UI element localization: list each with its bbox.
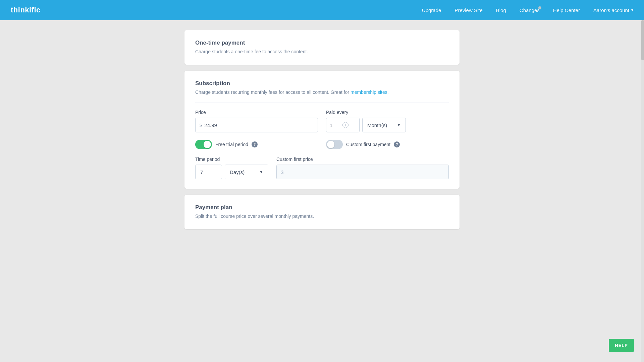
time-period-label: Time period	[195, 157, 268, 162]
membership-sites-link[interactable]: membership sites.	[351, 89, 389, 95]
payment-plan-card: Payment plan Split the full course price…	[184, 195, 460, 229]
paid-every-info-icon[interactable]: i	[342, 122, 348, 128]
subscription-desc-text: Charge students recurring monthly fees f…	[195, 89, 349, 95]
paid-every-inputs: i Month(s) ▼	[326, 118, 449, 132]
nav-blog[interactable]: Blog	[496, 7, 506, 13]
changes-notification-dot	[538, 6, 541, 9]
custom-first-payment-toggle-knob	[327, 141, 334, 148]
header: thinkific Upgrade Preview Site Blog Chan…	[0, 0, 644, 20]
custom-first-price-input[interactable]	[285, 169, 444, 175]
subscription-description: Charge students recurring monthly fees f…	[195, 89, 449, 96]
nav-preview-site[interactable]: Preview Site	[454, 7, 482, 13]
price-input[interactable]	[204, 122, 314, 128]
custom-first-payment-toggle-group: Custom first payment ?	[326, 140, 449, 149]
subscription-title: Subscription	[195, 80, 449, 87]
paid-every-chevron-down-icon: ▼	[397, 123, 401, 127]
free-trial-toggle-knob	[204, 141, 211, 148]
help-button[interactable]: HELP	[609, 339, 634, 352]
free-trial-toggle[interactable]	[195, 140, 212, 149]
free-trial-help-icon[interactable]: ?	[252, 141, 258, 147]
account-chevron-down-icon: ▾	[631, 8, 633, 12]
nav-help-center[interactable]: Help Center	[553, 7, 580, 13]
paid-every-label: Paid every	[326, 110, 449, 115]
paid-every-unit-value: Month(s)	[367, 122, 387, 128]
time-period-custom-price-row: Time period Day(s) ▼ Custom first price …	[195, 157, 449, 179]
custom-first-payment-help-icon[interactable]: ?	[394, 141, 400, 147]
payment-plan-description: Split the full course price over several…	[195, 213, 449, 220]
account-menu[interactable]: Aaron's account ▾	[593, 7, 633, 13]
scrollbar[interactable]	[641, 20, 644, 362]
nav-changes[interactable]: Changes	[520, 7, 540, 13]
time-period-group: Time period Day(s) ▼	[195, 157, 268, 179]
account-name: Aaron's account	[593, 7, 629, 13]
time-period-unit-select[interactable]: Day(s) ▼	[225, 165, 268, 179]
time-period-unit-value: Day(s)	[230, 169, 245, 175]
free-trial-toggle-group: Free trial period ?	[195, 140, 318, 149]
one-time-payment-description: Charge students a one-time fee to access…	[195, 48, 449, 55]
time-period-inputs: Day(s) ▼	[195, 165, 268, 179]
custom-first-payment-label: Custom first payment	[346, 142, 390, 147]
custom-first-price-group: Custom first price $	[276, 157, 449, 179]
payment-plan-title: Payment plan	[195, 204, 449, 211]
content-wrapper: One-time payment Charge students a one-t…	[184, 30, 460, 342]
one-time-payment-title: One-time payment	[195, 40, 449, 46]
main-nav: Upgrade Preview Site Blog Changes Help C…	[422, 7, 633, 13]
time-period-chevron-down-icon: ▼	[259, 170, 263, 174]
price-prefix: $	[200, 122, 202, 128]
price-paid-every-row: Price $ Paid every i Month(s)	[195, 110, 449, 132]
paid-every-number-input[interactable]	[330, 122, 340, 128]
custom-first-price-prefix: $	[281, 169, 283, 175]
custom-first-payment-toggle[interactable]	[326, 140, 343, 149]
subscription-divider	[195, 103, 449, 103]
free-trial-label: Free trial period	[215, 142, 248, 147]
custom-first-price-label: Custom first price	[276, 157, 449, 162]
main-content: One-time payment Charge students a one-t…	[0, 20, 644, 362]
nav-upgrade[interactable]: Upgrade	[422, 7, 441, 13]
paid-every-unit-select[interactable]: Month(s) ▼	[362, 118, 406, 132]
price-group: Price $	[195, 110, 318, 132]
paid-every-number-wrapper: i	[326, 118, 360, 132]
price-label: Price	[195, 110, 318, 115]
paid-every-group: Paid every i Month(s) ▼	[326, 110, 449, 132]
custom-first-price-input-wrapper: $	[276, 165, 449, 179]
scrollbar-thumb[interactable]	[641, 20, 644, 60]
time-period-number-input[interactable]	[195, 165, 222, 179]
subscription-card: Subscription Charge students recurring m…	[184, 71, 460, 189]
price-input-wrapper: $	[195, 118, 318, 132]
one-time-payment-card: One-time payment Charge students a one-t…	[184, 30, 460, 65]
toggle-row: Free trial period ? Custom first payment…	[195, 140, 449, 149]
logo: thinkific	[11, 6, 41, 14]
